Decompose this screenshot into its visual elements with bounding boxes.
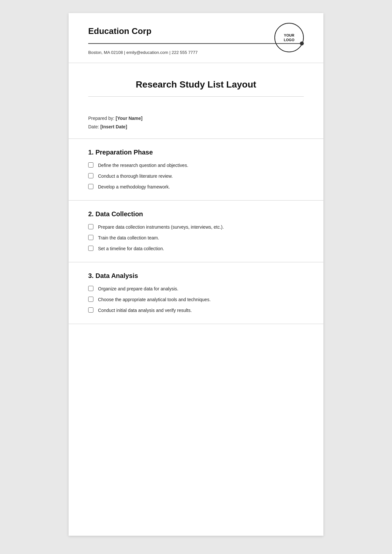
document-title: Research Study List Layout [88,79,304,90]
title-divider [88,96,304,97]
checkbox[interactable] [88,173,93,178]
checkbox[interactable] [88,286,93,291]
sections-container: 1. Preparation PhaseDefine the research … [69,139,323,324]
checkbox[interactable] [88,297,93,302]
list-item: Prepare data collection instruments (sur… [88,224,304,231]
checkbox[interactable] [88,162,93,168]
prepared-by-line: Prepared by: [Your Name] [88,116,304,121]
checklist-2: Prepare data collection instruments (sur… [88,224,304,252]
header-line [88,43,304,44]
section-1: 1. Preparation PhaseDefine the research … [69,139,323,201]
list-item: Choose the appropriate analytical tools … [88,296,304,303]
section-title-1: 1. Preparation Phase [88,149,304,156]
section-3: 3. Data AnalysisOrganize and prepare dat… [69,262,323,324]
document-page: Education Corp YOUR LOGO Boston, MA 0210… [69,13,323,536]
list-item: Develop a methodology framework. [88,184,304,190]
item-text: Develop a methodology framework. [98,184,170,190]
list-item: Organize and prepare data for analysis. [88,285,304,292]
logo-placeholder: YOUR LOGO [274,23,304,52]
item-text: Prepare data collection instruments (sur… [98,224,224,231]
company-name: Education Corp [88,26,304,36]
item-text: Conduct a thorough literature review. [98,173,173,180]
list-item: Conduct a thorough literature review. [88,173,304,180]
header: Education Corp YOUR LOGO [69,13,323,45]
meta-section: Prepared by: [Your Name] Date: [Insert D… [69,106,323,139]
checkbox[interactable] [88,235,93,240]
item-text: Define the research question and objecti… [98,162,188,169]
checkbox[interactable] [88,246,93,251]
list-item: Set a timeline for data collection. [88,245,304,252]
list-item: Train the data collection team. [88,235,304,241]
item-text: Conduct initial data analysis and verify… [98,307,192,314]
list-item: Define the research question and objecti… [88,162,304,169]
item-text: Set a timeline for data collection. [98,245,164,252]
item-text: Organize and prepare data for analysis. [98,285,178,292]
list-item: Conduct initial data analysis and verify… [88,307,304,314]
header-line-dot [300,41,304,45]
checkbox[interactable] [88,184,93,189]
checkbox[interactable] [88,224,93,229]
date-line: Date: [Insert Date] [88,124,304,129]
item-text: Train the data collection team. [98,235,159,241]
section-title-2: 2. Data Collection [88,210,304,218]
title-section: Research Study List Layout [69,63,323,106]
header-line-decoration [88,41,304,45]
checklist-3: Organize and prepare data for analysis.C… [88,285,304,314]
section-title-3: 3. Data Analysis [88,272,304,280]
section-2: 2. Data CollectionPrepare data collectio… [69,201,323,262]
checkbox[interactable] [88,307,93,313]
checklist-1: Define the research question and objecti… [88,162,304,190]
item-text: Choose the appropriate analytical tools … [98,296,211,303]
